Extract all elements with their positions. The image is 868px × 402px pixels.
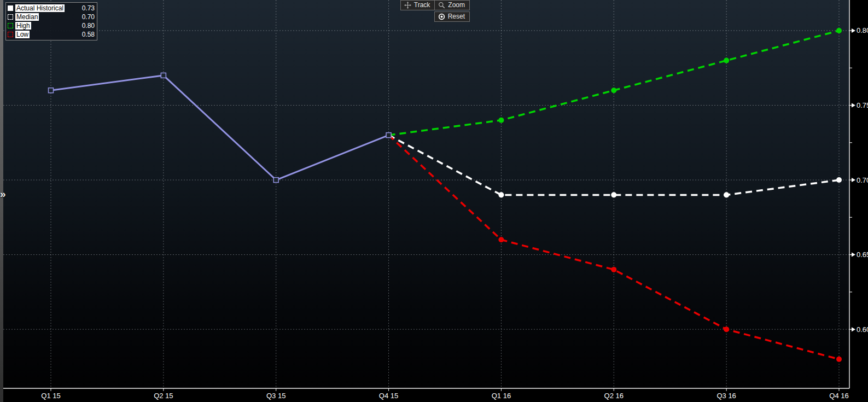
y-tick-arrow-icon [852,28,855,33]
x-tick-label: Q1 16 [492,392,511,400]
reset-button[interactable]: Reset [434,11,470,22]
y-tick-arrow-icon [852,103,855,108]
legend-value: 0.58 [82,31,95,38]
expand-panel-chevron-icon[interactable]: » [0,188,10,201]
toolbar-row-top: Track Zoom [401,0,470,10]
zoom-button[interactable]: Zoom [434,0,470,10]
legend-label: Low [15,31,30,38]
toolbar-row-bottom: Reset [401,11,470,22]
chart-canvas[interactable]: 0.800.750.700.650.60Q1 15Q2 15Q3 15Q4 15… [0,0,868,402]
track-button[interactable]: Track [400,0,435,10]
y-tick-label: 0.75 [857,101,868,109]
x-axis: Q1 15Q2 15Q3 15Q4 15Q1 16Q2 16Q3 16Q4 16 [41,388,848,400]
legend-label: Actual Historical [15,4,65,12]
legend-label: High [15,22,31,30]
legend-swatch-dashed-square-icon [8,32,13,37]
x-tick-label: Q4 16 [829,392,848,400]
y-tick-label: 0.80 [857,26,868,34]
y-tick-label: 0.70 [857,176,868,184]
y-tick-label: 0.60 [857,325,868,334]
legend-label: Median [15,13,39,21]
legend-row-low[interactable]: Low 0.58 [8,30,95,39]
x-tick-label: Q3 15 [266,392,286,400]
legend-value: 0.70 [82,13,95,21]
legend-swatch-solid-square-icon [8,5,13,11]
y-tick-arrow-icon [852,178,855,182]
legend-row-median[interactable]: Median 0.70 [8,13,95,21]
chart-toolbar: Track Zoom Reset [401,0,470,22]
legend-row-actual-historical[interactable]: Actual Historical 0.73 [8,4,95,13]
y-axis: 0.800.750.700.650.60 [849,26,868,333]
x-tick-label: Q4 15 [379,392,398,400]
legend: Actual Historical 0.73 Median 0.70 High … [5,2,97,40]
legend-swatch-dashed-square-icon [8,23,13,28]
track-button-label: Track [414,1,430,9]
magnifier-icon [438,2,445,9]
legend-row-high[interactable]: High 0.80 [8,21,95,30]
plot-background [3,0,849,388]
y-tick-arrow-icon [852,253,855,257]
x-tick-label: Q2 15 [154,392,173,400]
y-tick-arrow-icon [852,327,855,331]
reset-button-label: Reset [448,13,465,20]
legend-value: 0.80 [82,22,95,30]
legend-value: 0.73 [82,4,95,12]
y-tick-label: 0.65 [857,250,868,259]
x-tick-label: Q3 16 [716,392,736,400]
reset-target-icon [438,13,445,20]
x-tick-label: Q2 16 [604,392,624,400]
track-crosshair-icon [404,2,411,9]
x-tick-label: Q1 15 [41,392,60,400]
legend-swatch-dashed-square-icon [8,14,13,20]
zoom-button-label: Zoom [448,1,465,9]
